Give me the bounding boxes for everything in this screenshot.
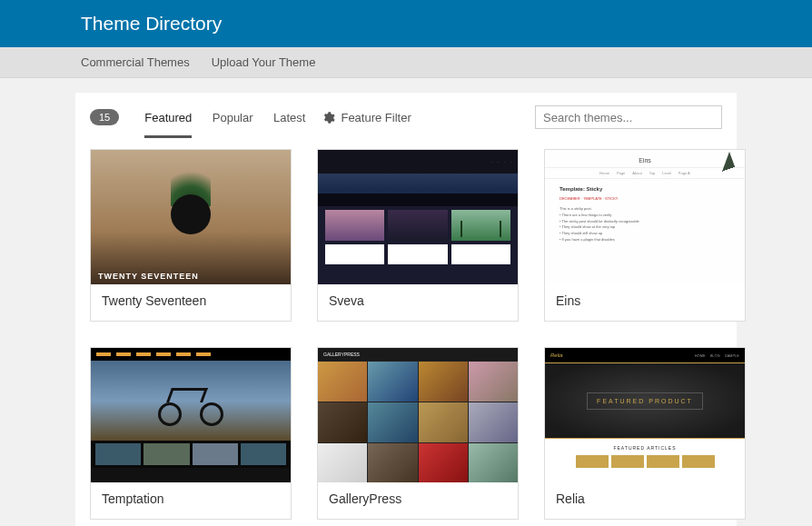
link-commercial-themes[interactable]: Commercial Themes [81, 55, 190, 69]
theme-name: Temptation [91, 482, 291, 519]
theme-card-eins[interactable]: Eins HomePageAboutTopLevelPage A Templat… [544, 149, 746, 322]
filter-left: 15 Featured Popular Latest Feature Filte… [90, 109, 411, 125]
gear-icon [322, 111, 335, 124]
theme-grid: TWENTY SEVENTEEN Twenty Seventeen ···· S… [90, 149, 722, 520]
tab-latest[interactable]: Latest [273, 111, 305, 135]
feature-filter-label: Feature Filter [341, 111, 411, 124]
search-box [535, 105, 722, 129]
theme-thumbnail: Eins HomePageAboutTopLevelPage A Templat… [545, 150, 745, 284]
sub-nav: Commercial Themes Upload Your Theme [0, 47, 812, 78]
theme-card-temptation[interactable]: Temptation [90, 347, 292, 520]
theme-name: GalleryPress [318, 482, 518, 519]
theme-count-badge: 15 [90, 109, 119, 125]
link-upload-theme[interactable]: Upload Your Theme [212, 55, 316, 69]
theme-thumbnail: ···· [318, 150, 518, 284]
page-title: Theme Directory [81, 13, 222, 35]
tab-featured[interactable]: Featured [144, 111, 192, 138]
theme-name: Relia [545, 482, 745, 519]
theme-thumbnail: TWENTY SEVENTEEN [91, 150, 291, 284]
theme-thumbnail: GALLERYPRESS [318, 348, 518, 482]
filter-tabs: Featured Popular Latest [144, 109, 322, 125]
search-input[interactable] [535, 105, 722, 129]
theme-thumbnail [91, 348, 291, 482]
theme-name: Twenty Seventeen [91, 284, 291, 321]
header-bar: Theme Directory [0, 0, 812, 47]
filter-row: 15 Featured Popular Latest Feature Filte… [90, 105, 722, 129]
theme-card-gallerypress[interactable]: GALLERYPRESS GalleryPress [317, 347, 519, 520]
theme-thumbnail: ReliaHOMEBLOGSAMPLE FEATURED PRODUCT FEA… [545, 348, 745, 482]
theme-card-sveva[interactable]: ···· Sveva [317, 149, 519, 322]
main-panel: 15 Featured Popular Latest Feature Filte… [75, 93, 737, 526]
tab-popular[interactable]: Popular [213, 111, 253, 135]
theme-card-relia[interactable]: ReliaHOMEBLOGSAMPLE FEATURED PRODUCT FEA… [544, 347, 746, 520]
theme-name: Eins [545, 284, 745, 321]
thumbnail-caption: TWENTY SEVENTEEN [98, 272, 199, 281]
feature-filter-button[interactable]: Feature Filter [322, 111, 411, 124]
theme-card-twenty-seventeen[interactable]: TWENTY SEVENTEEN Twenty Seventeen [90, 149, 292, 322]
theme-name: Sveva [318, 284, 518, 321]
